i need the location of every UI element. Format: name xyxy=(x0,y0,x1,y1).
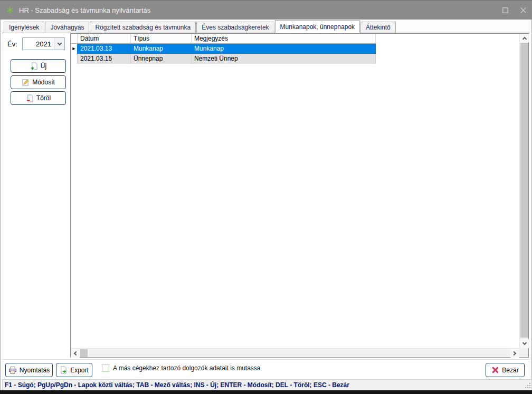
maximize-button[interactable] xyxy=(496,1,514,20)
grid-header-row: Dátum Típus Megjegyzés xyxy=(71,34,519,44)
horizontal-scroll-thumb[interactable] xyxy=(80,349,88,357)
export-icon xyxy=(60,366,68,374)
new-button[interactable]: Új xyxy=(11,59,66,73)
scrollbar-corner xyxy=(519,348,528,357)
tab-igenylesek[interactable]: Igénylések xyxy=(4,22,44,33)
tab-rogzitett-szabadsag[interactable]: Rögzített szabadság és távmunka xyxy=(90,22,196,33)
scroll-right-button[interactable] xyxy=(510,349,519,358)
vertical-scrollbar[interactable] xyxy=(519,34,528,348)
modify-button-label: Módosít xyxy=(32,79,55,86)
delete-button-label: Töröl xyxy=(36,94,51,102)
close-dialog-button[interactable]: Bezár xyxy=(486,363,525,377)
grid-table: Dátum Típus Megjegyzés ► 2021.03.13 Munk… xyxy=(71,34,519,348)
scroll-left-button[interactable] xyxy=(71,349,80,358)
close-button[interactable] xyxy=(514,1,532,20)
column-header-megjegyzes[interactable]: Megjegyzés xyxy=(192,34,376,44)
row-selection-marker: ► xyxy=(71,44,78,54)
dialog-body: Igénylések Jóváhagyás Rögzített szabadsá… xyxy=(0,20,532,390)
export-button-label: Export xyxy=(70,367,89,374)
cell-comment: Munkanap xyxy=(192,44,376,54)
print-button-label: Nyomtatás xyxy=(20,367,50,374)
red-x-icon xyxy=(491,366,499,374)
printer-icon xyxy=(8,366,17,374)
remove-page-icon xyxy=(26,94,34,102)
cell-type: Ünnepnap xyxy=(131,54,192,64)
app-icon xyxy=(6,6,14,14)
edit-pencil-icon xyxy=(22,79,30,87)
scroll-up-button[interactable] xyxy=(520,34,529,43)
indicator-header-cell xyxy=(71,34,78,44)
tab-jovahagyas[interactable]: Jóváhagyás xyxy=(45,22,89,33)
export-button[interactable]: Export xyxy=(56,363,92,377)
titlebar: HR - Szabadság és távmunka nyilvántartás xyxy=(0,0,532,20)
tab-munkanapok-unnepnapok[interactable]: Munkanapok, ünnepnapok xyxy=(275,20,360,33)
table-row[interactable]: 2021.03.15 Ünnepnap Nemzeti Ünnep xyxy=(71,54,519,64)
tab-eves-szabadsagkeretek[interactable]: Éves szabadságkeretek xyxy=(196,22,274,33)
tab-attekinto[interactable]: Áttekintő xyxy=(360,22,396,33)
app-window: HR - Szabadság és távmunka nyilvántartás… xyxy=(0,0,532,394)
year-value: 2021 xyxy=(23,38,54,50)
close-button-label: Bezár xyxy=(502,367,518,374)
scroll-up-icon xyxy=(522,37,526,41)
resize-grip-icon[interactable] xyxy=(525,383,530,388)
scroll-right-icon xyxy=(512,351,516,355)
status-bar: F1 - Súgó; PgUp/PgDn - Lapok közti váltá… xyxy=(2,379,532,390)
row-indicator-cell xyxy=(71,54,78,64)
status-bar-text: F1 - Súgó; PgUp/PgDn - Lapok közti váltá… xyxy=(5,381,349,389)
year-label: Év: xyxy=(7,40,17,48)
table-row[interactable]: ► 2021.03.13 Munkanap Munkanap xyxy=(71,44,519,54)
vertical-scroll-thumb[interactable] xyxy=(520,43,528,338)
cell-type: Munkanap xyxy=(131,44,192,54)
chevron-down-icon xyxy=(57,41,61,45)
add-page-icon xyxy=(30,62,38,70)
scroll-down-icon xyxy=(522,341,526,345)
checkbox-label: A más cégekhez tartozó dolgozók adatait … xyxy=(113,364,261,372)
new-button-label: Új xyxy=(41,62,46,70)
close-icon xyxy=(519,6,527,14)
scroll-left-icon xyxy=(74,351,78,355)
other-companies-checkbox-row: A más cégekhez tartozó dolgozók adatait … xyxy=(102,364,261,372)
print-button[interactable]: Nyomtatás xyxy=(5,363,53,377)
horizontal-scrollbar[interactable] xyxy=(71,348,519,357)
holidays-grid: Dátum Típus Megjegyzés ► 2021.03.13 Munk… xyxy=(70,33,529,358)
modify-button[interactable]: Módosít xyxy=(11,75,66,89)
year-combobox[interactable]: 2021 xyxy=(22,37,65,50)
cell-date: 2021.03.13 xyxy=(78,44,131,54)
window-title: HR - Szabadság és távmunka nyilvántartás xyxy=(19,6,150,14)
cell-comment: Nemzeti Ünnep xyxy=(192,54,376,64)
column-header-datum[interactable]: Dátum xyxy=(78,34,131,44)
combo-drop-button[interactable] xyxy=(54,38,64,50)
scroll-down-button[interactable] xyxy=(520,339,529,348)
footer-bar: Nyomtatás Export A más cégekhez tartozó … xyxy=(2,359,530,379)
cell-date: 2021.03.15 xyxy=(78,54,131,64)
other-companies-checkbox[interactable] xyxy=(102,364,109,372)
tab-strip: Igénylések Jóváhagyás Rögzített szabadsá… xyxy=(2,20,530,33)
delete-button[interactable]: Töröl xyxy=(11,91,66,105)
maximize-icon xyxy=(501,6,509,14)
column-header-tipus[interactable]: Típus xyxy=(131,34,192,44)
